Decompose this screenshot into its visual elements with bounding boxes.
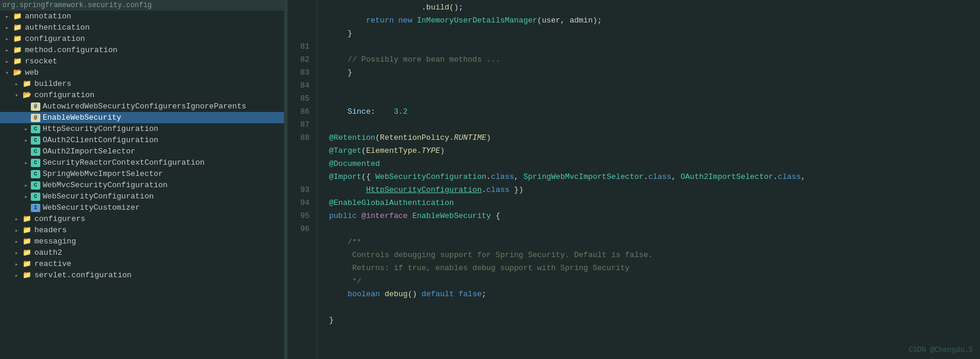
folder-icon: [12, 46, 23, 55]
folder-icon: [12, 12, 23, 21]
class-icon: [31, 136, 40, 145]
folder-icon: [12, 35, 23, 43]
sidebar-item-web-configuration[interactable]: configuration: [0, 89, 284, 101]
class-icon: [31, 193, 40, 201]
watermark: CSDN @Chengdu.S: [909, 346, 973, 354]
chevron-icon: [2, 47, 12, 54]
file-tree[interactable]: org.springframework.security.config anno…: [0, 0, 285, 359]
code-editor: 81 82 83 84 85 86 87 88 93 94 95 96 .bui…: [288, 0, 980, 359]
folder-open-icon: [21, 91, 32, 100]
sidebar-item-spring-web-mvc-import[interactable]: SpringWebMvcImportSelector: [0, 168, 284, 180]
sidebar-item-web-security-customizer[interactable]: WebSecurityCustomizer: [0, 202, 284, 213]
sidebar-item-messaging[interactable]: messaging: [0, 236, 284, 247]
chevron-icon: [2, 13, 12, 20]
sidebar-item-oauth2[interactable]: oauth2: [0, 247, 284, 258]
chevron-icon: [12, 216, 21, 223]
code-content: .build(); return new InMemoryUserDetails…: [317, 0, 980, 359]
folder-open-icon: [12, 69, 23, 77]
root-package: org.springframework.security.config: [0, 0, 284, 11]
sidebar-item-oauth2-client-configuration[interactable]: OAuth2ClientConfiguration: [0, 134, 284, 146]
annotation-icon: [31, 102, 40, 111]
chevron-icon: [12, 227, 21, 234]
class-icon: [31, 170, 40, 178]
sidebar-item-reactive[interactable]: reactive: [0, 258, 284, 270]
chevron-icon: [2, 36, 12, 43]
chevron-icon: [12, 249, 21, 257]
chevron-icon: [2, 58, 12, 65]
sidebar-item-configurers[interactable]: configurers: [0, 213, 284, 225]
sidebar-item-web[interactable]: web: [0, 67, 284, 78]
sidebar-item-configuration[interactable]: configuration: [0, 33, 284, 44]
folder-icon: [21, 238, 32, 246]
class-icon: [31, 159, 40, 167]
chevron-icon: [21, 126, 31, 133]
chevron-icon: [21, 159, 31, 166]
chevron-icon: [12, 81, 21, 88]
folder-icon: [21, 226, 32, 235]
chevron-icon: [2, 24, 12, 31]
sidebar-item-autowired-web-security[interactable]: AutowiredWebSecurityConfigurersIgnorePar…: [0, 101, 284, 112]
folder-icon: [21, 215, 32, 223]
interface-icon: [31, 204, 40, 212]
annotation-icon: [31, 114, 40, 122]
sidebar-item-headers[interactable]: headers: [0, 225, 284, 236]
line-numbers: 81 82 83 84 85 86 87 88 93 94 95 96: [288, 0, 317, 359]
folder-icon: [21, 271, 32, 280]
sidebar-item-builders[interactable]: builders: [0, 78, 284, 89]
sidebar-item-http-security-configuration[interactable]: HttpSecurityConfiguration: [0, 123, 284, 134]
sidebar-item-enable-web-security[interactable]: EnableWebSecurity: [0, 112, 284, 123]
chevron-icon: [21, 182, 31, 189]
folder-icon: [21, 80, 32, 88]
class-icon: [31, 181, 40, 190]
chevron-icon: [12, 272, 21, 279]
folder-icon: [12, 57, 23, 66]
class-icon: [31, 125, 40, 133]
chevron-icon: [2, 69, 12, 76]
chevron-icon: [12, 92, 21, 99]
sidebar-item-oauth2-import-selector[interactable]: OAuth2ImportSelector: [0, 146, 284, 157]
sidebar-item-web-security-configuration[interactable]: WebSecurityConfiguration: [0, 191, 284, 202]
sidebar-item-method-configuration[interactable]: method.configuration: [0, 44, 284, 56]
sidebar-item-rsocket[interactable]: rsocket: [0, 56, 284, 67]
chevron-icon: [21, 137, 31, 144]
chevron-icon: [12, 238, 21, 245]
chevron-icon: [21, 193, 31, 200]
folder-icon: [12, 24, 23, 32]
folder-icon: [21, 249, 32, 257]
folder-icon: [21, 260, 32, 268]
sidebar-item-security-reactor-context[interactable]: SecurityReactorContextConfiguration: [0, 157, 284, 168]
sidebar-item-annotation[interactable]: annotation: [0, 11, 284, 22]
class-icon: [31, 148, 40, 156]
sidebar-item-authentication[interactable]: authentication: [0, 22, 284, 33]
chevron-icon: [12, 261, 21, 268]
sidebar-item-servlet-configuration[interactable]: servlet.configuration: [0, 270, 284, 281]
sidebar-item-webmvc-security-configuration[interactable]: WebMvcSecurityConfiguration: [0, 180, 284, 191]
